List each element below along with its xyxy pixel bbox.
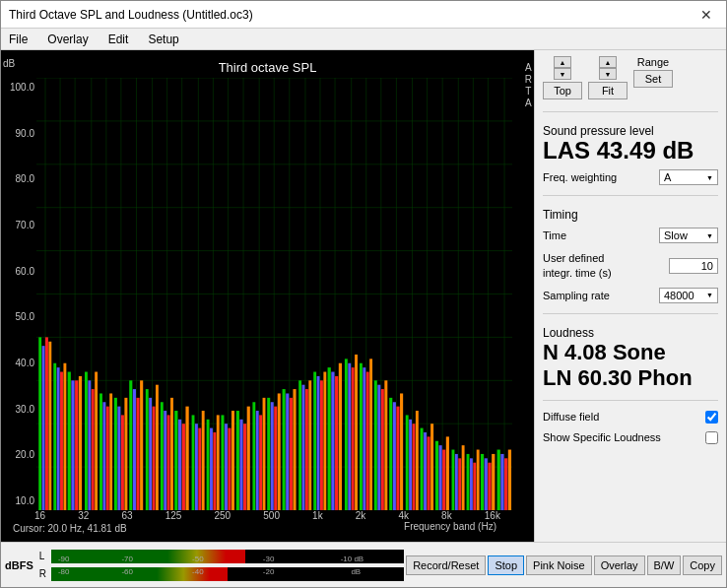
- top-up-button[interactable]: ▲: [554, 56, 571, 68]
- y-label-70: 70.0: [16, 220, 34, 230]
- chart-canvas-container: [36, 78, 512, 510]
- title-bar: Third Octave SPL and Loudness (Untitled.…: [1, 1, 726, 29]
- user-defined-input[interactable]: [669, 258, 718, 274]
- time-value: Slow: [664, 229, 688, 241]
- freq-weighting-dropdown[interactable]: A: [659, 169, 718, 185]
- top-down-button[interactable]: ▼: [554, 68, 571, 80]
- y-label-100: 100.0: [10, 82, 34, 93]
- dbfs-label: dBFS: [5, 559, 33, 571]
- x-label-32: 32: [78, 510, 89, 521]
- user-defined-row: User definedintegr. time (s): [543, 251, 718, 280]
- fit-up-button[interactable]: ▲: [599, 56, 617, 68]
- overlay-button[interactable]: Overlay: [594, 555, 645, 575]
- fit-button[interactable]: Fit: [588, 82, 628, 99]
- x-label-2k: 2k: [356, 510, 366, 521]
- meter-l-bar: -90 -70 -50 -30 -10 dB: [51, 550, 404, 563]
- x-label-16k: 16k: [485, 510, 500, 521]
- x-axis-title: Frequency band (Hz): [404, 521, 526, 536]
- freq-weighting-value: A: [664, 171, 671, 183]
- spl-section: Sound pressure level LAS 43.49 dB: [543, 120, 718, 163]
- spectrum-chart[interactable]: [36, 78, 512, 510]
- y-label-40: 40.0: [16, 358, 34, 368]
- divider-4: [543, 400, 718, 401]
- action-buttons: Record/Reset Stop Pink Noise Overlay B/W…: [406, 555, 722, 575]
- menu-bar: File Overlay Edit Setup: [1, 29, 726, 50]
- top-controls: ▲ ▼ Top ▲ ▼ Fit Range Set: [543, 56, 718, 99]
- show-specific-row: Show Specific Loudness: [543, 431, 718, 444]
- diffuse-field-checkbox[interactable]: [705, 411, 718, 424]
- spl-value: LAS 43.49 dB: [543, 138, 718, 163]
- freq-weighting-row: Freq. weighting A: [543, 169, 718, 185]
- y-label-10: 10.0: [16, 495, 34, 506]
- meter-row-l: L -90 -70 -50 -30 -10 dB: [39, 549, 404, 564]
- x-label-16: 16: [34, 510, 45, 521]
- record-reset-button[interactable]: Record/Reset: [406, 555, 486, 575]
- y-label-50: 50.0: [16, 311, 34, 322]
- main-content: dB Third octave SPL ARTA 100.0 90.0 80.0…: [1, 50, 726, 542]
- menu-overlay[interactable]: Overlay: [43, 32, 92, 47]
- freq-weighting-label: Freq. weighting: [543, 171, 617, 183]
- time-label: Time: [543, 229, 566, 241]
- chart-container: 100.0 90.0 80.0 70.0 60.0 50.0 40.0 30.0…: [5, 78, 530, 510]
- y-label-90: 90.0: [16, 128, 34, 139]
- x-label-500: 500: [263, 510, 280, 521]
- timing-label: Timing: [543, 208, 718, 222]
- menu-file[interactable]: File: [5, 32, 32, 47]
- chart-area: dB Third octave SPL ARTA 100.0 90.0 80.0…: [1, 50, 534, 542]
- sampling-rate-label: Sampling rate: [543, 290, 610, 301]
- cursor-info: Cursor: 20.0 Hz, 41.81 dB: [9, 521, 131, 536]
- fit-spin: ▲ ▼: [599, 56, 617, 80]
- meter-l-label: L: [39, 551, 49, 561]
- x-label-63: 63: [121, 510, 132, 521]
- divider-2: [543, 195, 718, 196]
- loudness-label: Loudness: [543, 326, 718, 340]
- spl-section-label: Sound pressure level: [543, 124, 718, 138]
- close-button[interactable]: ✕: [694, 5, 718, 25]
- fit-down-button[interactable]: ▼: [599, 68, 617, 80]
- sampling-rate-value: 48000: [664, 290, 694, 301]
- pink-noise-button[interactable]: Pink Noise: [526, 555, 592, 575]
- copy-button[interactable]: Copy: [683, 555, 722, 575]
- meter-row-r: R -80 -60 -40 -20 dB: [39, 566, 404, 582]
- x-label-250: 250: [215, 510, 231, 521]
- show-specific-checkbox[interactable]: [705, 431, 718, 444]
- meter-r-label: R: [39, 568, 49, 579]
- window-title: Third Octave SPL and Loudness (Untitled.…: [9, 8, 253, 22]
- diffuse-field-row: Diffuse field: [543, 411, 718, 424]
- show-specific-label: Show Specific Loudness: [543, 431, 661, 443]
- db-label: dB: [3, 58, 15, 69]
- y-label-60: 60.0: [16, 266, 34, 277]
- x-axis-labels: 16 32 63 125 250 500 1k 2k 4k 8k 16k: [5, 510, 530, 521]
- x-label-4k: 4k: [398, 510, 409, 521]
- y-label-30: 30.0: [16, 404, 34, 415]
- top-button[interactable]: Top: [543, 82, 582, 99]
- diffuse-field-label: Diffuse field: [543, 411, 599, 423]
- bottom-bar: dBFS L -90 -70 -50 -30 -10 dB R: [1, 542, 726, 587]
- y-label-20: 20.0: [16, 449, 34, 460]
- sampling-rate-row: Sampling rate 48000: [543, 288, 718, 303]
- meter-r-bar: -80 -60 -40 -20 dB: [51, 567, 404, 581]
- top-control-group: ▲ ▼ Top: [543, 56, 582, 99]
- timing-section: Timing: [543, 204, 718, 222]
- y-label-80: 80.0: [16, 173, 34, 184]
- loudness-ln: LN 60.30 Phon: [543, 365, 718, 391]
- menu-edit[interactable]: Edit: [104, 32, 133, 47]
- y-axis-labels: 100.0 90.0 80.0 70.0 60.0 50.0 40.0 30.0…: [5, 78, 36, 510]
- x-label-1k: 1k: [312, 510, 323, 521]
- stop-button[interactable]: Stop: [488, 555, 524, 575]
- main-window: Third Octave SPL and Loudness (Untitled.…: [0, 0, 727, 588]
- level-meters: L -90 -70 -50 -30 -10 dB R: [39, 549, 404, 582]
- time-dropdown[interactable]: Slow: [659, 228, 718, 243]
- set-button[interactable]: Set: [633, 70, 673, 88]
- right-panel: ▲ ▼ Top ▲ ▼ Fit Range Set: [534, 50, 726, 542]
- sampling-rate-dropdown[interactable]: 48000: [659, 288, 718, 303]
- loudness-section: Loudness N 4.08 Sone LN 60.30 Phon: [543, 322, 718, 392]
- bw-button[interactable]: B/W: [647, 555, 682, 575]
- loudness-n: N 4.08 Sone: [543, 340, 718, 365]
- x-label-8k: 8k: [441, 510, 452, 521]
- range-label: Range: [637, 56, 669, 68]
- divider-3: [543, 313, 718, 314]
- menu-setup[interactable]: Setup: [144, 32, 182, 47]
- top-spin: ▲ ▼: [554, 56, 571, 80]
- user-defined-label: User definedintegr. time (s): [543, 251, 612, 280]
